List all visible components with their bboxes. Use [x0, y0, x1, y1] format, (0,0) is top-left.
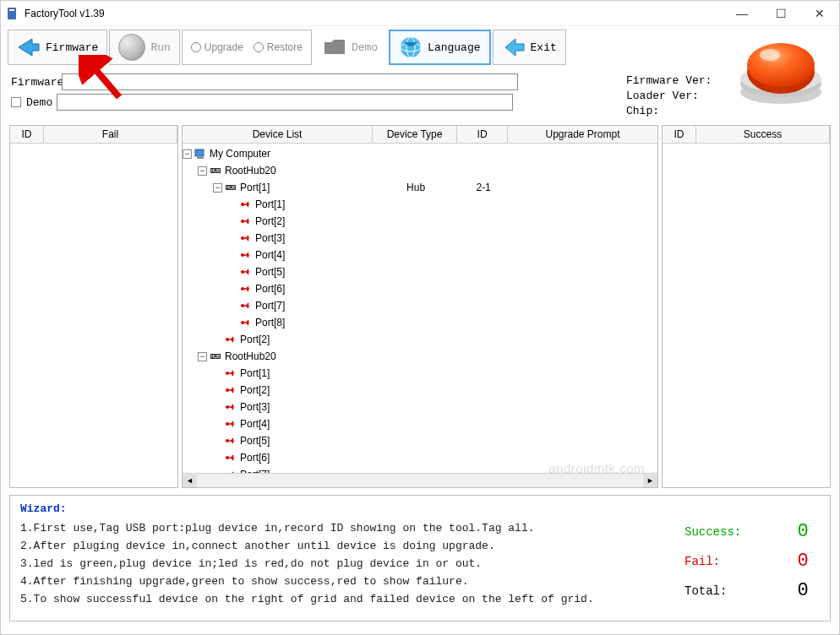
- tree-row[interactable]: Port[1]: [183, 196, 657, 213]
- chip-label: Chip:: [626, 105, 659, 117]
- tree-row[interactable]: Port[3]: [183, 230, 657, 247]
- svg-rect-13: [195, 149, 204, 156]
- tree-row[interactable]: Port[2]: [183, 331, 657, 348]
- counter-box: Success: 0 Fail: 0 Total: 0: [685, 513, 820, 610]
- run-button[interactable]: Run: [109, 30, 179, 65]
- svg-text:HUB: HUB: [211, 354, 221, 359]
- tree-node-label: Port[1]: [240, 182, 270, 193]
- svg-rect-14: [197, 157, 204, 159]
- tree-node-label: Port[8]: [255, 317, 285, 328]
- tree-row[interactable]: −HUBRootHub20: [183, 162, 657, 179]
- device-panel: Device List Device Type ID Upgrade Promp…: [182, 125, 658, 488]
- col-device-list: Device List: [183, 126, 373, 143]
- run-button-label: Run: [150, 41, 170, 54]
- fail-list-body: [10, 144, 177, 487]
- firmware-input[interactable]: [62, 73, 518, 90]
- tree-expander[interactable]: −: [198, 352, 207, 361]
- demo-field-label: Demo: [26, 96, 57, 109]
- tree-row[interactable]: −My Computer: [183, 145, 657, 162]
- minimize-button[interactable]: —: [723, 1, 761, 25]
- total-counter-label: Total:: [685, 584, 727, 598]
- tree-node-id: 2-1: [458, 182, 509, 193]
- mode-radio-group: Upgrade Restore: [182, 30, 312, 65]
- tree-node-label: Port[1]: [240, 367, 270, 379]
- tree-node-label: Port[4]: [240, 418, 270, 430]
- panels: ID Fail Device List Device Type ID Upgra…: [1, 125, 839, 488]
- loader-ver-label: Loader Ver:: [626, 90, 699, 102]
- tree-node-label: Port[6]: [255, 283, 285, 295]
- tree-row[interactable]: Port[8]: [183, 314, 657, 331]
- fail-panel: ID Fail: [9, 125, 178, 488]
- window-title: FactoryTool v1.39: [25, 8, 723, 19]
- fail-col-fail: Fail: [44, 126, 177, 143]
- demo-button[interactable]: Demo: [314, 30, 387, 65]
- tree-row[interactable]: Port[4]: [183, 415, 657, 432]
- language-button[interactable]: Language: [389, 30, 490, 65]
- upgrade-radio-label: Upgrade: [205, 41, 243, 53]
- upgrade-radio[interactable]: Upgrade: [191, 41, 243, 53]
- demo-checkbox[interactable]: [11, 97, 21, 107]
- success-col-id: ID: [663, 126, 696, 143]
- fail-col-id: ID: [10, 126, 44, 143]
- tree-row[interactable]: Port[7]: [183, 297, 657, 314]
- fail-counter-value: 0: [786, 551, 820, 572]
- success-col-success: Success: [696, 126, 830, 143]
- demo-button-label: Demo: [352, 41, 378, 54]
- tree-row[interactable]: −HUBPort[1] Hub 2-1: [183, 179, 657, 196]
- folder-icon: [323, 35, 346, 59]
- tree-expander[interactable]: −: [213, 183, 222, 193]
- firmware-button[interactable]: Firmware: [8, 30, 107, 65]
- tree-node-label: Port[3]: [255, 232, 285, 244]
- svg-point-12: [760, 49, 780, 61]
- col-device-id: ID: [457, 126, 508, 143]
- titlebar: FactoryTool v1.39 — ☐ ✕: [1, 1, 839, 26]
- svg-point-11: [747, 43, 815, 87]
- tree-node-label: Port[1]: [255, 198, 285, 210]
- tree-row[interactable]: Port[6]: [183, 280, 657, 297]
- scroll-track[interactable]: [197, 475, 643, 487]
- firmware-button-label: Firmware: [46, 41, 98, 54]
- exit-button[interactable]: Exit: [493, 30, 566, 65]
- svg-text:HUB: HUB: [226, 185, 236, 190]
- firmware-field-label: Firmware: [11, 76, 62, 89]
- tree-node-label: Port[2]: [255, 215, 285, 227]
- tree-row[interactable]: Port[5]: [183, 263, 657, 280]
- tree-node-label: Port[7]: [255, 300, 285, 312]
- restore-radio[interactable]: Restore: [254, 41, 303, 53]
- success-panel: ID Success: [662, 125, 831, 488]
- success-list-body: [663, 144, 830, 487]
- tree-row[interactable]: Port[4]: [183, 247, 657, 263]
- tree-expander[interactable]: −: [198, 166, 207, 176]
- tree-node-label: Port[3]: [240, 401, 270, 413]
- tree-node-label: Port[5]: [240, 435, 270, 447]
- tree-row[interactable]: Port[1]: [183, 365, 657, 382]
- scroll-right-arrow[interactable]: ►: [643, 475, 657, 487]
- tree-row[interactable]: Port[3]: [183, 399, 657, 415]
- tree-row[interactable]: Port[2]: [183, 213, 657, 230]
- tree-row[interactable]: Port[2]: [183, 382, 657, 399]
- fail-counter-label: Fail:: [685, 555, 720, 568]
- total-counter-value: 0: [786, 580, 820, 601]
- big-red-button[interactable]: [734, 31, 827, 107]
- globe-icon: [399, 35, 423, 59]
- device-tree[interactable]: −My Computer −HUBRootHub20 −HUBPort[1] H…: [183, 144, 657, 473]
- firmware-icon: [17, 35, 41, 59]
- restore-radio-label: Restore: [267, 41, 303, 53]
- tree-node-label: Port[2]: [240, 334, 270, 345]
- tree-node-label: My Computer: [210, 148, 270, 160]
- tree-node-label: RootHub20: [225, 350, 276, 362]
- maximize-button[interactable]: ☐: [761, 1, 800, 25]
- wizard-box: Wizard: 1.First use,Tag USB port:plug de…: [9, 495, 831, 621]
- close-button[interactable]: ✕: [800, 1, 839, 25]
- tree-node-type: Hub: [374, 182, 458, 193]
- tree-node-label: RootHub20: [225, 165, 276, 176]
- svg-marker-6: [505, 39, 524, 56]
- tree-node-label: Port[4]: [255, 249, 285, 261]
- tree-row[interactable]: Port[5]: [183, 432, 657, 449]
- tree-row[interactable]: −HUBRootHub20: [183, 348, 657, 365]
- demo-input[interactable]: [57, 94, 513, 111]
- tree-node-label: Port[7]: [240, 469, 270, 473]
- scroll-left-arrow[interactable]: ◄: [183, 475, 197, 487]
- svg-marker-2: [19, 39, 39, 56]
- tree-expander[interactable]: −: [183, 149, 192, 159]
